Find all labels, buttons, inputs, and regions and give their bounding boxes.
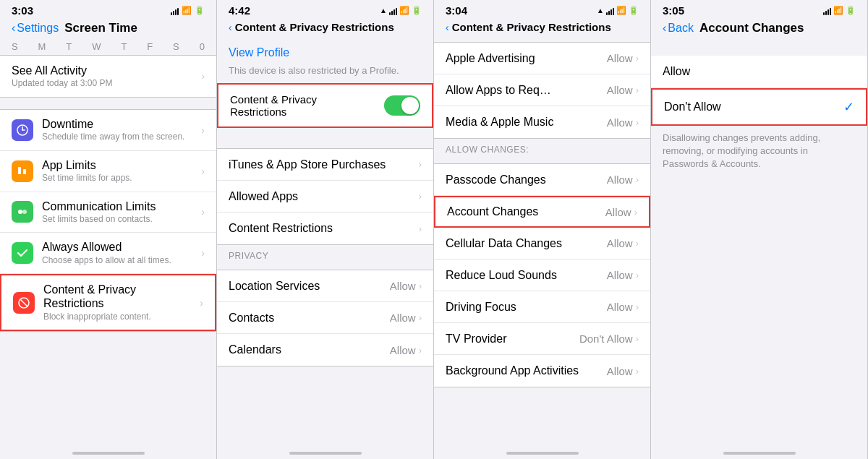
content-privacy-toggle-row: Content & Privacy Restrictions bbox=[217, 83, 433, 128]
restrictions-menu: iTunes & App Store Purchases › Allowed A… bbox=[217, 148, 433, 245]
driving-focus-chevron: › bbox=[636, 301, 639, 312]
nav-title-2: Content & Privacy Restrictions bbox=[235, 21, 394, 33]
communication-chevron: › bbox=[201, 206, 205, 218]
nav-bar-4: ‹ Back Account Changes bbox=[651, 18, 867, 41]
allowed-apps-item[interactable]: Allowed Apps › bbox=[217, 181, 433, 213]
status-bar-2: 4:42 ▲ 📶 🔋 bbox=[217, 0, 433, 18]
background-chevron: › bbox=[636, 366, 639, 377]
always-allowed-title: Always Allowed bbox=[42, 240, 197, 254]
svg-rect-3 bbox=[18, 167, 21, 174]
contacts-allow-badge: Allow bbox=[390, 312, 416, 324]
battery-icon-1: 🔋 bbox=[195, 6, 205, 15]
media-music-chevron: › bbox=[636, 117, 639, 128]
itunes-purchases-item[interactable]: iTunes & App Store Purchases › bbox=[217, 149, 433, 181]
content-restrictions-item[interactable]: Content Restrictions › bbox=[217, 213, 433, 244]
content-privacy-item[interactable]: Content & Privacy Restrictions Block ina… bbox=[0, 274, 216, 331]
contacts-item[interactable]: Contacts Allow › bbox=[217, 302, 433, 334]
zero-badge: 0 bbox=[200, 41, 205, 52]
account-changes-item[interactable]: Account Changes Allow › bbox=[434, 196, 650, 228]
toggle-knob bbox=[401, 97, 419, 114]
driving-focus-allow: Allow bbox=[607, 301, 633, 313]
signal-icon-1 bbox=[171, 7, 179, 15]
cellular-allow: Allow bbox=[607, 237, 633, 249]
status-right-3: ▲ 📶 🔋 bbox=[597, 6, 639, 15]
content-privacy-icon bbox=[13, 292, 35, 314]
account-changes-description: Disallowing changes prevents adding, rem… bbox=[651, 126, 867, 177]
location-arrow-2: ▲ bbox=[380, 7, 387, 14]
allow-choice[interactable]: Allow bbox=[651, 56, 867, 88]
content-privacy-chevron: › bbox=[200, 297, 203, 309]
back-button-2[interactable]: ‹ bbox=[229, 22, 232, 33]
location-allow-badge: Allow bbox=[390, 280, 416, 292]
location-services-item[interactable]: Location Services Allow › bbox=[217, 270, 433, 302]
reduce-loud-title: Reduce Loud Sounds bbox=[446, 268, 607, 282]
profile-note: This device is also restricted by a Prof… bbox=[229, 62, 422, 83]
always-allowed-item[interactable]: Always Allowed Choose apps to allow at a… bbox=[0, 233, 216, 274]
toggle-switch[interactable] bbox=[384, 95, 420, 116]
driving-focus-title: Driving Focus bbox=[446, 300, 607, 314]
communication-limits-item[interactable]: Communication Limits Set limits based on… bbox=[0, 192, 216, 233]
cellular-data-item[interactable]: Cellular Data Changes Allow › bbox=[434, 228, 650, 259]
nav-title-4: Account Changes bbox=[699, 21, 804, 35]
dont-allow-choice[interactable]: Don't Allow ✓ bbox=[651, 88, 867, 126]
calendars-chevron: › bbox=[419, 345, 422, 356]
cellular-chevron: › bbox=[636, 238, 639, 249]
app-limits-item[interactable]: App Limits Set time limits for apps. › bbox=[0, 151, 216, 192]
media-music-title: Media & Apple Music bbox=[446, 115, 607, 129]
always-allowed-chevron: › bbox=[201, 247, 205, 259]
communication-subtitle: Set limits based on contacts. bbox=[42, 214, 197, 226]
reduce-loud-item[interactable]: Reduce Loud Sounds Allow › bbox=[434, 259, 650, 291]
status-bar-3: 3:04 ▲ 📶 🔋 bbox=[434, 0, 650, 18]
calendars-title: Calendars bbox=[229, 343, 390, 356]
account-changes-allow: Allow bbox=[605, 206, 631, 218]
view-profile-link[interactable]: View Profile bbox=[229, 46, 422, 62]
home-indicator-2 bbox=[289, 452, 362, 455]
privacy-menu: Location Services Allow › Contacts Allow… bbox=[217, 270, 433, 366]
signal-icon-4 bbox=[823, 7, 831, 15]
media-apple-music-item[interactable]: Media & Apple Music Allow › bbox=[434, 106, 650, 138]
allow-apps-track-item[interactable]: Allow Apps to Request to Track Allow › bbox=[434, 74, 650, 106]
passcode-changes-item[interactable]: Passcode Changes Allow › bbox=[434, 164, 650, 196]
background-app-title: Background App Activities bbox=[446, 364, 607, 377]
back-button-settings[interactable]: ‹ Settings bbox=[12, 22, 59, 35]
back-button-3[interactable]: ‹ bbox=[446, 22, 449, 33]
back-button-4[interactable]: ‹ Back bbox=[663, 22, 694, 35]
driving-focus-item[interactable]: Driving Focus Allow › bbox=[434, 291, 650, 323]
calendars-item[interactable]: Calendars Allow › bbox=[217, 334, 433, 366]
wifi-icon-4: 📶 bbox=[833, 6, 843, 15]
screen-time-menu: Downtime Schedule time away from the scr… bbox=[0, 109, 216, 332]
view-profile-section: View Profile This device is also restric… bbox=[217, 39, 433, 83]
status-right-4: 📶 🔋 bbox=[823, 6, 856, 15]
content-privacy-subtitle: Block inappropriate content. bbox=[43, 312, 195, 323]
contacts-chevron: › bbox=[419, 312, 422, 323]
home-indicator-1 bbox=[72, 452, 145, 455]
tv-provider-chevron: › bbox=[636, 333, 639, 344]
media-music-allow: Allow bbox=[607, 116, 633, 129]
status-bar-4: 3:05 📶 🔋 bbox=[651, 0, 867, 18]
home-indicator-4 bbox=[723, 452, 796, 455]
background-app-item[interactable]: Background App Activities Allow › bbox=[434, 355, 650, 387]
status-time-2: 4:42 bbox=[229, 4, 250, 17]
tv-provider-item[interactable]: TV Provider Don't Allow › bbox=[434, 323, 650, 355]
signal-icon-3 bbox=[606, 7, 614, 15]
contacts-title: Contacts bbox=[229, 311, 390, 325]
change-items: Passcode Changes Allow › Account Changes… bbox=[434, 163, 650, 387]
app-limits-subtitle: Set time limits for apps. bbox=[42, 173, 197, 184]
status-icons-1: 📶 🔋 bbox=[171, 6, 205, 15]
nav-bar-2: ‹ Content & Privacy Restrictions bbox=[217, 18, 433, 39]
apple-advertising-allow: Allow bbox=[607, 52, 633, 64]
apple-advertising-item[interactable]: Apple Advertising Allow › bbox=[434, 43, 650, 74]
communication-icon bbox=[12, 201, 33, 223]
status-time-1: 3:03 bbox=[12, 4, 33, 17]
wifi-icon-2: 📶 bbox=[399, 6, 409, 15]
allow-apps-track-title: Allow Apps to Request to Track bbox=[446, 83, 554, 97]
toggle-label: Content & Privacy Restrictions bbox=[230, 93, 384, 118]
dont-allow-label: Don't Allow bbox=[664, 100, 843, 113]
see-all-activity[interactable]: See All Activity Updated today at 3:00 P… bbox=[0, 55, 216, 98]
signal-icon-2 bbox=[389, 7, 397, 15]
account-choices: Allow Don't Allow ✓ bbox=[651, 56, 867, 126]
downtime-item[interactable]: Downtime Schedule time away from the scr… bbox=[0, 110, 216, 151]
top-items-3: Apple Advertising Allow › Allow Apps to … bbox=[434, 42, 650, 139]
status-time-4: 3:05 bbox=[663, 4, 684, 17]
nav-title-3: Content & Privacy Restrictions bbox=[452, 21, 611, 33]
